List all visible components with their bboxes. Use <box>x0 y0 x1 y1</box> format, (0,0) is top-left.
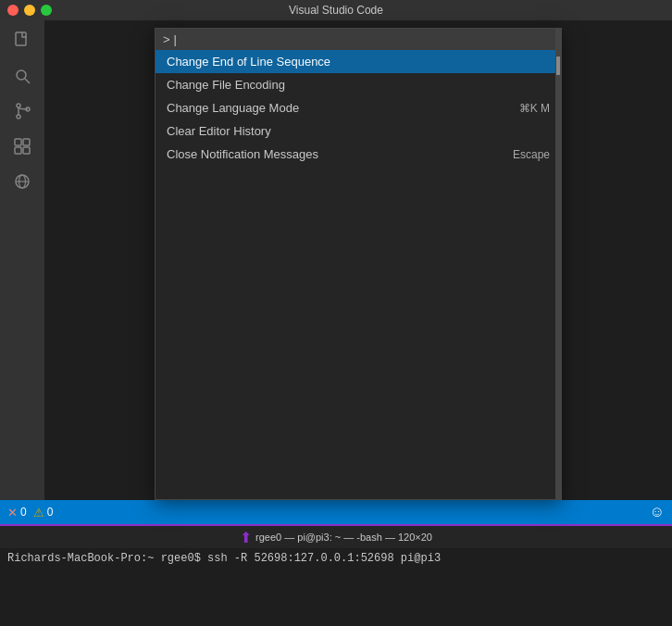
svg-rect-10 <box>23 147 30 154</box>
editor-area: > | Change End of Line Sequence Change F… <box>44 20 672 500</box>
smiley-icon[interactable]: ☺ <box>650 504 665 520</box>
command-label: Change Language Mode <box>167 101 299 115</box>
command-shortcut: ⌘K M <box>519 102 550 115</box>
terminal-prompt: Richards-MacBook-Pro:~ rgee0$ ssh -R 526… <box>7 552 441 565</box>
svg-line-2 <box>25 79 30 83</box>
error-count[interactable]: ✕ 0 ⚠ 0 <box>7 506 53 520</box>
svg-rect-9 <box>15 147 21 154</box>
svg-rect-7 <box>15 139 21 145</box>
command-shortcut: Escape <box>513 148 550 161</box>
command-input-wrap[interactable]: > | <box>156 29 561 50</box>
command-palette: > | Change End of Line Sequence Change F… <box>155 28 562 500</box>
palette-scrollbar <box>555 29 561 499</box>
svg-rect-8 <box>23 139 30 145</box>
maximize-button[interactable] <box>41 5 52 16</box>
activity-bar <box>0 20 44 500</box>
close-button[interactable] <box>7 5 19 16</box>
minimize-button[interactable] <box>24 5 35 16</box>
svg-rect-0 <box>16 32 26 45</box>
input-prefix: > <box>163 32 170 46</box>
window-controls <box>7 5 52 16</box>
command-item-close-notifications[interactable]: Close Notification Messages Escape <box>156 143 561 166</box>
remote-icon[interactable] <box>9 169 35 194</box>
input-cursor: | <box>174 32 177 46</box>
extensions-icon[interactable] <box>9 133 35 159</box>
terminal-tab-label: rgee0 — pi@pi3: ~ — -bash — 120×20 <box>255 532 432 543</box>
svg-point-3 <box>17 104 20 107</box>
source-control-icon[interactable] <box>9 98 35 124</box>
warning-number: 0 <box>47 506 54 519</box>
search-icon[interactable] <box>9 63 35 89</box>
error-number: 0 <box>20 506 27 519</box>
command-palette-overlay: > | Change End of Line Sequence Change F… <box>44 20 672 500</box>
terminal-content[interactable]: Richards-MacBook-Pro:~ rgee0$ ssh -R 526… <box>0 548 672 569</box>
app-title: Visual Studio Code <box>289 4 383 17</box>
command-label: Clear Editor History <box>167 124 271 138</box>
command-item-change-eol[interactable]: Change End of Line Sequence <box>156 50 561 73</box>
command-list: Change End of Line Sequence Change File … <box>156 50 561 166</box>
main-layout: > | Change End of Line Sequence Change F… <box>0 20 672 500</box>
svg-point-1 <box>17 70 26 80</box>
title-bar: Visual Studio Code <box>0 0 672 20</box>
status-bar: ✕ 0 ⚠ 0 ☺ <box>0 500 672 524</box>
svg-point-4 <box>17 115 20 119</box>
command-label: Change End of Line Sequence <box>167 55 330 69</box>
palette-scrollbar-thumb <box>556 56 560 75</box>
command-item-change-encoding[interactable]: Change File Encoding <box>156 73 561 96</box>
command-label: Change File Encoding <box>167 78 285 92</box>
command-item-change-language[interactable]: Change Language Mode ⌘K M <box>156 96 561 119</box>
terminal-arrow-icon: ⬆ <box>240 529 252 546</box>
terminal-tab-bar: ⬆ rgee0 — pi@pi3: ~ — -bash — 120×20 <box>0 526 672 548</box>
command-label: Close Notification Messages <box>167 147 318 161</box>
terminal-panel: ⬆ rgee0 — pi@pi3: ~ — -bash — 120×20 Ric… <box>0 524 672 626</box>
command-item-clear-history[interactable]: Clear Editor History <box>156 119 561 143</box>
files-icon[interactable] <box>9 28 35 54</box>
error-icon: ✕ <box>7 506 18 520</box>
warning-icon: ⚠ <box>33 506 44 520</box>
